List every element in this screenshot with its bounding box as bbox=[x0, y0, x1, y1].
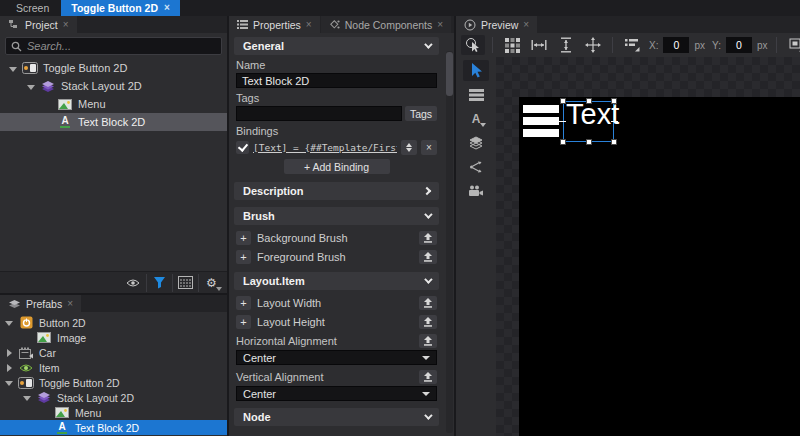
section-general[interactable]: General bbox=[234, 37, 439, 55]
expander-icon[interactable] bbox=[8, 64, 17, 73]
preview-canvas[interactable]: Text bbox=[519, 97, 800, 436]
filter-button[interactable] bbox=[146, 274, 172, 292]
section-description[interactable]: Description bbox=[234, 182, 439, 200]
add-layout-width-button[interactable]: + bbox=[236, 296, 251, 310]
horizontal-alignment-select[interactable]: Center bbox=[236, 350, 437, 365]
tree-item-menu[interactable]: Menu bbox=[0, 95, 227, 113]
expander-icon[interactable] bbox=[22, 393, 31, 402]
close-icon[interactable]: × bbox=[306, 20, 312, 30]
fit-screen-button[interactable] bbox=[581, 35, 605, 55]
visibility-button[interactable] bbox=[120, 274, 146, 292]
tree-item-menu[interactable]: Menu bbox=[0, 405, 227, 420]
preview-canvas-area[interactable]: Text bbox=[496, 57, 800, 436]
y-coordinate-value: 0 bbox=[736, 39, 742, 51]
section-general-label: General bbox=[243, 40, 284, 52]
binding-reorder-button[interactable] bbox=[401, 140, 417, 155]
section-layout-item-label: Layout.Item bbox=[243, 275, 305, 287]
scrollbar-thumb[interactable] bbox=[446, 52, 453, 96]
section-brush[interactable]: Brush bbox=[234, 207, 439, 225]
tree-item-text-block-2d[interactable]: A Text Block 2D bbox=[0, 420, 227, 435]
menu-hamburger-graphic[interactable] bbox=[523, 105, 559, 141]
close-icon[interactable]: × bbox=[437, 20, 443, 30]
prefabs-tab-bar: Prefabs × bbox=[0, 295, 227, 312]
vertical-alignment-select[interactable]: Center bbox=[236, 386, 437, 401]
add-background-brush-button[interactable]: + bbox=[236, 231, 251, 245]
add-binding-button[interactable]: + Add Binding bbox=[284, 159, 390, 174]
expander-icon[interactable] bbox=[4, 318, 13, 327]
resize-handle[interactable] bbox=[560, 98, 566, 104]
y-coordinate-field[interactable]: 0 bbox=[726, 37, 752, 53]
tab-preview[interactable]: Preview × bbox=[456, 16, 537, 33]
promote-value-button[interactable] bbox=[419, 250, 437, 264]
fit-height-button[interactable] bbox=[554, 35, 578, 55]
connections-tool-button[interactable] bbox=[463, 156, 489, 177]
resize-handle[interactable] bbox=[611, 98, 617, 104]
close-icon[interactable]: × bbox=[164, 3, 170, 13]
selection-box[interactable]: Text bbox=[563, 101, 614, 142]
tile-grid-button[interactable] bbox=[500, 35, 524, 55]
resize-handle[interactable] bbox=[586, 98, 592, 104]
grid-view-button[interactable] bbox=[172, 274, 198, 292]
search-input[interactable] bbox=[27, 40, 216, 52]
promote-value-button[interactable] bbox=[419, 370, 437, 384]
tab-project-label: Project bbox=[25, 19, 58, 31]
promote-value-button[interactable] bbox=[419, 296, 437, 310]
resize-handle[interactable] bbox=[560, 139, 566, 145]
resize-handle[interactable] bbox=[611, 139, 617, 145]
tags-field[interactable] bbox=[236, 106, 402, 121]
expander-icon[interactable] bbox=[4, 378, 13, 387]
tree-item-text-block-2d[interactable]: A Text Block 2D bbox=[0, 113, 227, 131]
interact-tool-button[interactable] bbox=[461, 35, 485, 55]
upload-icon bbox=[423, 298, 433, 308]
expander-icon[interactable] bbox=[26, 82, 35, 91]
settings-button[interactable]: ⚙ bbox=[198, 274, 224, 292]
promote-value-button[interactable] bbox=[419, 315, 437, 329]
properties-scrollbar[interactable] bbox=[446, 51, 453, 433]
tab-properties[interactable]: Properties × bbox=[229, 16, 320, 33]
resize-handle[interactable] bbox=[586, 139, 592, 145]
expander-icon[interactable] bbox=[4, 348, 13, 357]
x-coordinate-field[interactable]: 0 bbox=[663, 37, 689, 53]
expander-icon[interactable] bbox=[4, 363, 13, 372]
tree-item-image[interactable]: Image bbox=[0, 330, 227, 345]
section-layout-item[interactable]: Layout.Item bbox=[234, 272, 439, 290]
fit-width-button[interactable] bbox=[527, 35, 551, 55]
tree-item-toggle-button-2d[interactable]: Toggle Button 2D bbox=[0, 59, 227, 77]
tab-toggle-button-2d[interactable]: Toggle Button 2D × bbox=[61, 0, 180, 16]
grid-tool-button[interactable] bbox=[463, 84, 489, 105]
cursor-circle-icon bbox=[465, 37, 481, 53]
camera-tool-button[interactable] bbox=[463, 180, 489, 201]
add-foreground-brush-button[interactable]: + bbox=[236, 250, 251, 264]
tree-item-car[interactable]: Car bbox=[0, 345, 227, 360]
promote-value-button[interactable] bbox=[419, 231, 437, 245]
add-layout-height-button[interactable]: + bbox=[236, 315, 251, 329]
layers-tool-button[interactable] bbox=[463, 132, 489, 153]
tab-screen[interactable]: Screen bbox=[6, 0, 59, 16]
alignment-tools-button[interactable] bbox=[620, 35, 644, 55]
section-node[interactable]: Node bbox=[234, 408, 439, 426]
name-field[interactable]: Text Block 2D bbox=[236, 73, 437, 88]
promote-value-button[interactable] bbox=[419, 334, 437, 348]
name-label: Name bbox=[236, 60, 437, 71]
tab-node-components[interactable]: Node Components × bbox=[321, 16, 451, 33]
tree-item-label: Item bbox=[39, 362, 59, 374]
tags-button[interactable]: Tags bbox=[405, 106, 437, 121]
binding-remove-button[interactable]: × bbox=[421, 140, 437, 155]
tab-prefabs[interactable]: Prefabs × bbox=[0, 295, 81, 312]
tab-project[interactable]: Project × bbox=[0, 16, 77, 33]
tree-item-toggle-button-2d[interactable]: Toggle Button 2D bbox=[0, 375, 227, 390]
binding-checkbox[interactable] bbox=[236, 141, 249, 154]
binding-expression[interactable]: [Text] = {##Template/FirstApp bbox=[253, 142, 397, 153]
project-search[interactable] bbox=[5, 37, 222, 55]
close-icon[interactable]: × bbox=[63, 20, 69, 30]
tree-item-item[interactable]: Item bbox=[0, 360, 227, 375]
tree-item-stack-layout-2d[interactable]: Stack Layout 2D bbox=[0, 77, 227, 95]
close-icon[interactable]: × bbox=[67, 299, 73, 309]
tree-item-stack-layout-2d[interactable]: Stack Layout 2D bbox=[0, 390, 227, 405]
select-tool-button[interactable] bbox=[463, 60, 489, 81]
text-tool-button[interactable]: A bbox=[463, 108, 489, 129]
layout-overlay-button[interactable] bbox=[784, 35, 800, 55]
layout-width-label: Layout Width bbox=[257, 297, 321, 309]
close-icon[interactable]: × bbox=[523, 20, 529, 30]
tree-item-button-2d[interactable]: Button 2D bbox=[0, 315, 227, 330]
